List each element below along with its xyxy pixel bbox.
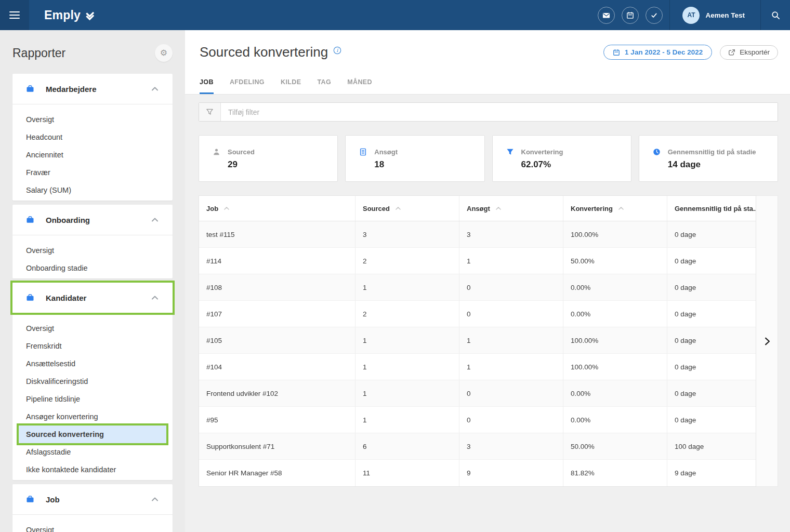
- tab-tag[interactable]: TAG: [318, 78, 332, 94]
- column-label: Ansøgt: [467, 205, 490, 212]
- tab-kilde[interactable]: KILDE: [281, 78, 301, 94]
- column-label: Gennemsnitlig tid på sta..: [675, 205, 756, 212]
- document-icon: [359, 148, 367, 156]
- column-label: Konvertering: [571, 205, 613, 212]
- clock-icon: [653, 148, 661, 156]
- date-range-button[interactable]: 1 Jan 2022 - 5 Dec 2022: [603, 45, 712, 60]
- sidebar-title: Rapporter: [12, 46, 65, 60]
- page-title: Sourced konvertering: [200, 44, 328, 60]
- user-menu[interactable]: AT Aemen Test: [670, 0, 760, 30]
- table-cell: 3: [459, 221, 563, 247]
- sidebar-item-oversigt[interactable]: Oversigt: [12, 521, 173, 532]
- check-icon[interactable]: [646, 7, 663, 24]
- sidebar-item-ans-ttelsestid[interactable]: Ansættelsestid: [12, 355, 173, 373]
- chevron-right-icon[interactable]: [760, 334, 774, 349]
- sidebar-item-pipeline-tidslinje[interactable]: Pipeline tidslinje: [12, 390, 173, 408]
- table-cell: 0 dage: [667, 380, 756, 406]
- sidebar-item-ikke-kontaktede-kandidater[interactable]: Ikke kontaktede kandidater: [12, 461, 173, 478]
- table-row[interactable]: #108100.00%0 dage: [199, 274, 756, 301]
- summary-card: Gennemsnitlig tid på stadie 14 dage: [639, 135, 778, 182]
- section-title: Medarbejdere: [46, 85, 97, 94]
- table-cell: 0 dage: [667, 354, 756, 380]
- table-cell: 1: [459, 248, 563, 274]
- menu-hamburger-icon[interactable]: [0, 0, 29, 30]
- table-cell: 0.00%: [563, 380, 667, 406]
- table-cell: 11: [355, 460, 459, 486]
- section-header-onboarding[interactable]: Onboarding: [12, 205, 173, 235]
- table-row[interactable]: #10411100.00%0 dage: [199, 354, 756, 380]
- column-header-job[interactable]: Job: [199, 196, 355, 221]
- tab-afdeling[interactable]: AFDELING: [230, 78, 265, 94]
- tab-job[interactable]: JOB: [200, 78, 214, 94]
- filter-input[interactable]: [221, 103, 778, 121]
- sidebar-header: Rapporter ⚙: [0, 30, 185, 74]
- sidebar-item-oversigt[interactable]: Oversigt: [12, 242, 173, 259]
- table-cell: 100.00%: [563, 221, 667, 247]
- table-cell: 1: [355, 327, 459, 353]
- stat-value: 62.07%: [521, 159, 621, 170]
- table-cell: #107: [199, 301, 355, 327]
- export-icon: [728, 49, 735, 56]
- table-cell: 0 dage: [667, 248, 756, 274]
- topbar-actions: AT Aemen Test: [598, 0, 790, 30]
- sidebar-item-frav-r[interactable]: Fravær: [12, 164, 173, 181]
- table-cell: #114: [199, 248, 355, 274]
- table-cell: 0 dage: [667, 274, 756, 300]
- table-row[interactable]: #107200.00%0 dage: [199, 301, 756, 327]
- column-header-gennemsnitlig-tid-p-sta-[interactable]: Gennemsnitlig tid på sta..: [667, 196, 756, 221]
- topbar: Emply AT Aemen Test: [0, 0, 790, 30]
- sidebar-item-salary-sum-[interactable]: Salary (SUM): [12, 181, 173, 199]
- table-row[interactable]: Senior HR Manager #5811981.82%9 dage: [199, 460, 756, 486]
- sidebar-item-sourced-konvertering[interactable]: Sourced konvertering: [19, 425, 166, 443]
- table-cell: 0 dage: [667, 327, 756, 353]
- logo-text: Emply: [44, 8, 81, 22]
- section-header-job[interactable]: Job: [12, 484, 173, 514]
- gear-icon[interactable]: ⚙: [155, 44, 173, 62]
- section-header-medarbejdere[interactable]: Medarbejdere: [12, 74, 173, 104]
- table-cell: 3: [459, 433, 563, 459]
- column-header-konvertering[interactable]: Konvertering: [563, 196, 667, 221]
- table-scroll-strip: [756, 195, 778, 487]
- tab-måned[interactable]: MÅNED: [347, 78, 372, 94]
- report-content: Sourced 29 Ansøgt 18 Konvertering 62.07%…: [185, 95, 790, 487]
- table-row[interactable]: #1142150.00%0 dage: [199, 248, 756, 274]
- briefcase-icon: [26, 495, 34, 503]
- table-cell: 0.00%: [563, 407, 667, 433]
- stat-value: 14 dage: [668, 159, 767, 170]
- table-cell: #104: [199, 354, 355, 380]
- search-icon[interactable]: [761, 0, 790, 30]
- table-cell: 1: [355, 407, 459, 433]
- sidebar-item-headcount[interactable]: Headcount: [12, 128, 173, 146]
- table-row[interactable]: Frontend udvikler #102100.00%0 dage: [199, 380, 756, 407]
- sort-caret-icon: [496, 207, 501, 210]
- column-header-ans-gt[interactable]: Ansøgt: [459, 196, 563, 221]
- table-cell: 1: [355, 380, 459, 406]
- table-row[interactable]: #95100.00%0 dage: [199, 407, 756, 433]
- table-row[interactable]: #10511100.00%0 dage: [199, 327, 756, 354]
- table-cell: 9 dage: [667, 460, 756, 486]
- report-header: Sourced konvertering i 1 Jan 2022 - 5 De…: [185, 30, 790, 95]
- calendar-icon[interactable]: [622, 7, 639, 24]
- table-cell: 0 dage: [667, 407, 756, 433]
- main-area: Sourced konvertering i 1 Jan 2022 - 5 De…: [185, 30, 790, 532]
- sidebar-item-ans-ger-konvertering[interactable]: Ansøger konvertering: [12, 408, 173, 425]
- section-items: OversigtOnboarding stadie: [12, 235, 173, 278]
- export-button[interactable]: Eksportér: [720, 45, 778, 60]
- table-row[interactable]: Supportkonsulent #716350.00%100 dage: [199, 433, 756, 460]
- chevron-up-icon: [151, 294, 159, 302]
- info-icon[interactable]: i: [333, 46, 341, 55]
- column-header-sourced[interactable]: Sourced: [355, 196, 459, 221]
- table-cell: 0: [459, 274, 563, 300]
- mail-icon[interactable]: [598, 7, 615, 24]
- sidebar-item-diskvalificeringstid[interactable]: Diskvalificeringstid: [12, 373, 173, 390]
- sidebar-item-afslagsstadie[interactable]: Afslagsstadie: [12, 443, 173, 461]
- table-row[interactable]: test #11533100.00%0 dage: [199, 221, 756, 248]
- person-icon: [213, 148, 220, 156]
- section-header-kandidater[interactable]: Kandidater: [12, 283, 173, 313]
- sidebar-item-oversigt[interactable]: Oversigt: [12, 111, 173, 128]
- sidebar-item-fremskridt[interactable]: Fremskridt: [12, 337, 173, 355]
- sidebar-item-onboarding-stadie[interactable]: Onboarding stadie: [12, 259, 173, 277]
- table-cell: 50.00%: [563, 248, 667, 274]
- sidebar-item-oversigt[interactable]: Oversigt: [12, 320, 173, 337]
- sidebar-item-anciennitet[interactable]: Anciennitet: [12, 146, 173, 164]
